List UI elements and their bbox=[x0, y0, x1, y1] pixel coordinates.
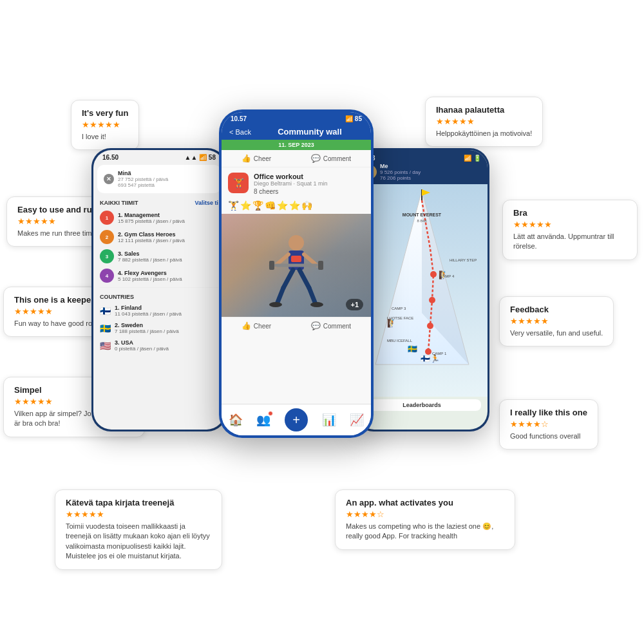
svg-line-10 bbox=[299, 270, 309, 288]
svg-point-13 bbox=[310, 302, 323, 307]
svg-text:CAMP 3: CAMP 3 bbox=[392, 307, 406, 310]
review-title: It's very fun bbox=[82, 108, 128, 118]
workout-photo: +1 bbox=[222, 214, 371, 317]
svg-point-18 bbox=[427, 323, 433, 329]
notif-total-pts: 693 547 pistettä bbox=[118, 182, 214, 188]
center-phone: 10.57 📶 85 < Back Community wall 11. SEP… bbox=[219, 109, 374, 438]
team-info: 2. Gym Class Heroes 12 111 pistettä / jä… bbox=[118, 231, 218, 243]
team-name: 4. Flexy Avengers bbox=[118, 270, 218, 276]
community-wall-title: Community wall bbox=[256, 127, 363, 137]
left-icons: ▲▲ 📶 58 bbox=[185, 154, 216, 161]
bottom-nav: 🏠 👥 + 📊 📈 bbox=[222, 404, 371, 435]
left-notification[interactable]: ✕ Minä 27 752 pistettä / päivä 693 547 p… bbox=[97, 165, 221, 193]
svg-rect-7 bbox=[318, 261, 323, 270]
team-avatar: 1 bbox=[100, 211, 114, 225]
team-info: 3. Sales 7 882 pistettä / jäsen / päivä bbox=[118, 251, 218, 263]
svg-text:HILLARY STEP: HILLARY STEP bbox=[450, 258, 477, 262]
teams-label: KAIKKI TIIMIT bbox=[100, 200, 138, 206]
team-pts: 12 111 pistettä / jäsen / päivä bbox=[118, 238, 218, 243]
svg-text:🧗: 🧗 bbox=[439, 270, 448, 279]
center-icons: 📶 85 bbox=[345, 115, 362, 122]
mountain-map: MOUNT EVEREST 8 848 HILLARY STEP CAMP 4 … bbox=[356, 184, 488, 397]
bottom-comment-label: Comment bbox=[323, 323, 351, 330]
bottom-actions: 👍 Cheer 💬 Comment bbox=[222, 317, 371, 334]
bottom-comment-icon: 💬 bbox=[311, 321, 321, 330]
center-time: 10.57 bbox=[231, 115, 247, 122]
bottom-cheer-icon: 👍 bbox=[242, 321, 251, 330]
left-phone-screen: 16.50 ▲▲ 📶 58 ✕ Minä 27 752 pistettä / p… bbox=[93, 150, 225, 430]
bottom-comment-button[interactable]: 💬 Comment bbox=[311, 321, 351, 330]
svg-line-4 bbox=[304, 254, 317, 265]
workout-header: 🏋️ Office workout Diego Beltrami · Squat… bbox=[222, 167, 371, 200]
workout-title: Office workout bbox=[254, 173, 328, 180]
review-title: An app. what activates you bbox=[346, 498, 504, 507]
right-header: 12.3 📶 🔋 😊 Me 9 526 points / day 76 206 … bbox=[356, 150, 488, 184]
bottom-cheer-button[interactable]: 👍 Cheer bbox=[242, 321, 271, 330]
country-item: 🇫🇮 1. Finland 11 043 pistettä / jäsen / … bbox=[93, 302, 225, 319]
team-name: 2. Gym Class Heroes bbox=[118, 231, 218, 238]
center-nav-bar: < Back Community wall bbox=[222, 124, 371, 140]
team-pts: 15 875 pistettä / jäsen / päivä bbox=[118, 218, 218, 224]
svg-text:🧗: 🧗 bbox=[387, 318, 397, 328]
bottom-cheer-label: Cheer bbox=[254, 323, 271, 330]
svg-text:MOUNT EVEREST: MOUNT EVEREST bbox=[402, 213, 442, 217]
team-info: 4. Flexy Avengers 5 102 pistettä / jäsen… bbox=[118, 270, 218, 282]
mountain-svg: MOUNT EVEREST 8 848 HILLARY STEP CAMP 4 … bbox=[356, 184, 488, 397]
review-stars: ★★★★★ bbox=[66, 509, 211, 519]
close-icon[interactable]: ✕ bbox=[104, 174, 114, 184]
team-name: 1. Management bbox=[118, 212, 218, 218]
country-item: 🇸🇪 2. Sweden 7 188 pistettä / jäsen / pä… bbox=[93, 319, 225, 337]
right-phone-screen: 12.3 📶 🔋 😊 Me 9 526 points / day 76 206 … bbox=[356, 150, 488, 430]
svg-line-3 bbox=[276, 254, 289, 265]
user-pts-day: 9 526 points / day bbox=[380, 169, 421, 175]
chart-icon[interactable]: 📊 bbox=[322, 413, 336, 427]
back-button[interactable]: < Back bbox=[229, 128, 251, 136]
cheer-label: Cheer bbox=[254, 155, 271, 162]
workout-sub: Diego Beltrami · Squat 1 min bbox=[254, 180, 328, 187]
svg-text:🇫🇮: 🇫🇮 bbox=[421, 354, 430, 363]
user-info: 😊 Me 9 526 points / day 76 206 points bbox=[363, 163, 481, 181]
review-stars: ★★★★☆ bbox=[346, 509, 504, 519]
svg-rect-2 bbox=[291, 256, 301, 262]
country-info: 2. Sweden 7 188 pistettä / jäsen / päivä bbox=[115, 322, 218, 334]
review-card-kateva: Kätevä tapa kirjata treenejä ★★★★★ Toimi… bbox=[55, 489, 222, 570]
valitse-link[interactable]: Valitse ti bbox=[194, 200, 218, 206]
countries-list: 🇫🇮 1. Finland 11 043 pistettä / jäsen / … bbox=[93, 302, 225, 354]
add-button[interactable]: + bbox=[285, 408, 308, 431]
center-phone-screen: 10.57 📶 85 < Back Community wall 11. SEP… bbox=[222, 112, 371, 435]
user-total-pts: 76 206 points bbox=[380, 175, 421, 181]
review-text: Good functions overall bbox=[510, 431, 587, 441]
team-avatar: 4 bbox=[100, 269, 114, 283]
svg-rect-6 bbox=[269, 261, 274, 270]
svg-text:MBU ICEFALL: MBU ICEFALL bbox=[387, 339, 413, 343]
review-stars: ★★★★★ bbox=[510, 316, 603, 326]
user-details: Me 9 526 points / day 76 206 points bbox=[380, 163, 421, 181]
home-icon[interactable]: 🏠 bbox=[229, 413, 243, 427]
svg-text:🇸🇪: 🇸🇪 bbox=[408, 344, 417, 354]
review-text: Very versatile, fun and useful. bbox=[510, 328, 603, 338]
cheer-button[interactable]: 👍 Cheer bbox=[242, 154, 271, 163]
svg-point-12 bbox=[269, 302, 282, 307]
team-info: 1. Management 15 875 pistettä / jäsen / … bbox=[118, 212, 218, 224]
country-name: 1. Finland bbox=[115, 305, 218, 311]
comment-button[interactable]: 💬 Comment bbox=[311, 154, 351, 163]
left-time: 16.50 bbox=[102, 154, 118, 161]
date-bar: 11. SEP 2023 bbox=[222, 140, 371, 150]
review-stars: ★★★★★ bbox=[436, 117, 532, 126]
activity-icon[interactable]: 📈 bbox=[350, 413, 364, 427]
countries-section-header: COUNTRIES bbox=[93, 290, 225, 302]
review-card-its-very-fun: It's very fun ★★★★★ I love it! bbox=[71, 100, 139, 150]
review-stars: ★★★★★ bbox=[513, 220, 627, 229]
leaderboards-button[interactable]: Leaderboards bbox=[363, 399, 481, 411]
review-text: Toimii vuodesta toiseen mallikkaasti ja … bbox=[66, 522, 211, 562]
workout-cheers: 8 cheers bbox=[254, 188, 328, 195]
people-nav[interactable]: 👥 bbox=[256, 413, 270, 427]
team-item: 3 3. Sales 7 882 pistettä / jäsen / päiv… bbox=[93, 247, 225, 266]
notification-badge bbox=[268, 411, 273, 416]
workout-icon: 🏋️ bbox=[228, 173, 249, 193]
notif-name: Minä bbox=[118, 170, 214, 176]
review-card-an-app: An app. what activates you ★★★★☆ Makes u… bbox=[335, 489, 515, 550]
left-phone: 16.50 ▲▲ 📶 58 ✕ Minä 27 752 pistettä / p… bbox=[91, 148, 227, 431]
review-title: Kätevä tapa kirjata treenejä bbox=[66, 498, 211, 507]
country-pts: 0 pistettä / jäsen / päivä bbox=[115, 346, 218, 352]
